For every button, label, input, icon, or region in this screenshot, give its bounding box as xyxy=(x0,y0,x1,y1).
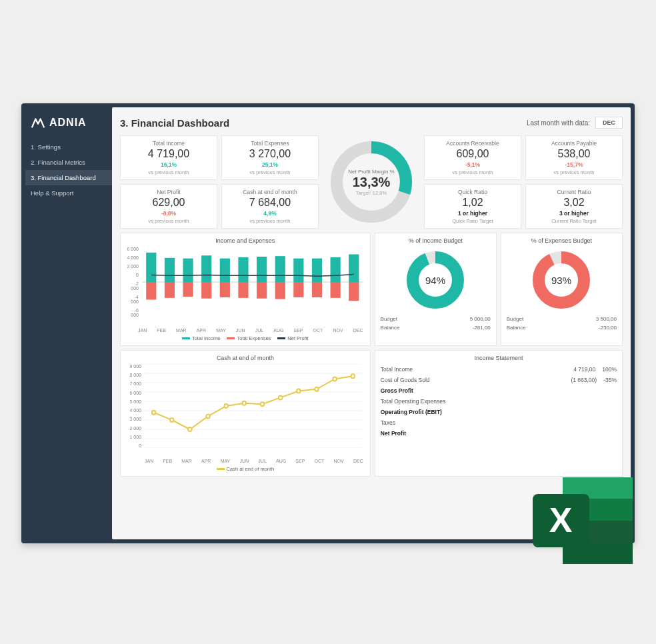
kpi-accounts-receivable: Accounts Receivable 609,00 -5,1% vs prev… xyxy=(424,135,521,180)
income-expenses-chart: Income and Expenses 6 0004 0002 0000-2 0… xyxy=(120,233,371,346)
brand: ADNIA xyxy=(25,111,112,139)
svg-point-54 xyxy=(351,374,355,378)
kpi-total-expenses: Total Expenses 3 270,00 25,1% vs previou… xyxy=(221,135,319,180)
svg-point-53 xyxy=(333,377,337,381)
kpi-total-income: Total Income 4 719,00 16,1% vs previous … xyxy=(120,135,217,180)
svg-point-51 xyxy=(297,389,301,393)
svg-rect-5 xyxy=(183,259,193,282)
svg-rect-20 xyxy=(238,282,248,298)
svg-rect-8 xyxy=(238,257,248,282)
svg-rect-13 xyxy=(331,257,341,282)
svg-rect-23 xyxy=(293,282,303,297)
sidebar: ADNIA 1. Settings2. Financial Metrics3. … xyxy=(25,107,112,539)
svg-rect-4 xyxy=(165,258,175,282)
svg-rect-7 xyxy=(220,259,230,282)
net-profit-margin-gauge: Net Profit Margin % 13,3% Target: 12,0% xyxy=(323,135,420,229)
svg-rect-14 xyxy=(349,254,359,282)
stmt-row: Gross Profit xyxy=(381,385,617,396)
kpi-grid: Total Income 4 719,00 16,1% vs previous … xyxy=(120,135,623,229)
svg-rect-6 xyxy=(201,255,211,282)
sidebar-item-0[interactable]: 1. Settings xyxy=(25,139,112,155)
income-budget-panel: % of Income Budget 94% Budget5 000,00 Ba… xyxy=(375,233,497,346)
svg-point-52 xyxy=(315,387,319,391)
header: 3. Financial Dashboard Last month with d… xyxy=(120,114,623,135)
stmt-row: Net Profit xyxy=(381,428,617,439)
svg-rect-10 xyxy=(275,256,285,282)
expenses-budget-panel: % of Expenses Budget 93% Budget3 500,00 … xyxy=(501,233,623,346)
svg-point-49 xyxy=(261,402,265,406)
kpi-current-ratio: Current Ratio 3,02 3 or higher Current R… xyxy=(525,184,623,229)
svg-rect-11 xyxy=(293,259,303,282)
income-statement-panel: Income Statement Total Income4 719,00100… xyxy=(375,350,623,477)
svg-rect-18 xyxy=(201,282,211,299)
svg-rect-9 xyxy=(257,257,267,282)
svg-rect-21 xyxy=(257,282,267,299)
svg-rect-24 xyxy=(312,282,322,297)
svg-rect-3 xyxy=(146,253,156,282)
stmt-row: Total Operating Expenses xyxy=(381,396,617,407)
stmt-row: Operating Profit (EBIT) xyxy=(381,407,617,417)
month-selector[interactable]: DEC xyxy=(595,117,623,129)
svg-point-45 xyxy=(188,427,192,431)
kpi-cash-eom: Cash at end of month 7 684,00 4,9% vs pr… xyxy=(221,184,319,229)
page-title: 3. Financial Dashboard xyxy=(120,117,229,129)
stmt-row: Total Income4 719,00100% xyxy=(381,364,617,375)
stmt-row: Taxes xyxy=(381,417,617,428)
kpi-net-profit: Net Profit 629,00 -8,8% vs previous mont… xyxy=(120,184,217,229)
svg-rect-22 xyxy=(275,282,285,299)
svg-rect-26 xyxy=(349,282,359,301)
svg-rect-25 xyxy=(331,282,341,298)
svg-text:X: X xyxy=(549,501,573,539)
svg-text:93%: 93% xyxy=(551,275,571,286)
sidebar-nav: 1. Settings2. Financial Metrics3. Financ… xyxy=(25,139,112,201)
svg-point-43 xyxy=(152,411,156,415)
svg-point-47 xyxy=(224,404,228,408)
svg-rect-15 xyxy=(146,282,156,300)
last-month-label: Last month with data: xyxy=(527,119,590,127)
svg-point-44 xyxy=(170,418,174,422)
svg-point-50 xyxy=(279,395,283,399)
svg-point-46 xyxy=(206,414,210,418)
kpi-quick-ratio: Quick Ratio 1,02 1 or higher Quick Ratio… xyxy=(424,184,521,229)
sidebar-item-2[interactable]: 3. Financial Dashboard xyxy=(25,170,112,185)
svg-text:94%: 94% xyxy=(425,275,445,286)
logo-icon xyxy=(31,115,45,130)
svg-point-48 xyxy=(243,401,247,405)
kpi-accounts-payable: Accounts Payable 538,00 -15,7% vs previo… xyxy=(525,135,623,180)
sidebar-item-1[interactable]: 2. Financial Metrics xyxy=(25,155,112,170)
cash-eom-chart: Cash at end of month 9 0008 0007 0006 00… xyxy=(120,350,371,477)
svg-rect-17 xyxy=(183,282,193,297)
svg-rect-19 xyxy=(220,282,230,297)
stmt-row: Cost of Goods Sold(1 663,00)-35% xyxy=(381,375,617,385)
sidebar-item-3[interactable]: Help & Support xyxy=(25,185,112,201)
svg-rect-16 xyxy=(165,282,175,298)
excel-icon: X xyxy=(523,471,636,571)
brand-text: ADNIA xyxy=(49,117,87,129)
svg-rect-12 xyxy=(312,259,322,282)
